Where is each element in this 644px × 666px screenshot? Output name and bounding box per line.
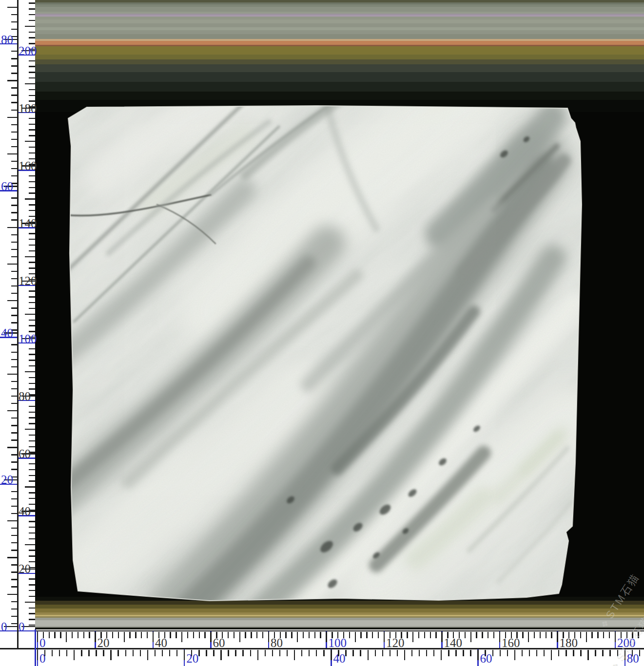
ruler-number: 80 (19, 390, 31, 403)
ruler-number: 120 (19, 274, 37, 287)
ruler-number: 40 (155, 636, 167, 649)
ruler-number: 120 (386, 636, 405, 649)
ruler-number: 200 (617, 636, 636, 649)
ruler-number: 60 (213, 636, 225, 649)
ruler-number: 0 (39, 636, 46, 649)
ruler-number: 180 (560, 636, 578, 649)
ruler-number: 40 (1, 326, 13, 340)
ruler-number: 40 (333, 652, 345, 665)
ruler-number: 20 (186, 652, 198, 665)
ruler-number: 100 (329, 636, 347, 649)
ruler-number: 200 (19, 44, 37, 57)
ruler-number: 160 (502, 636, 520, 649)
ruler-number: 20 (98, 636, 110, 649)
ruler-number: 100 (19, 332, 37, 345)
ruler-number: 20 (1, 473, 13, 486)
ruler-number: 140 (19, 217, 37, 230)
ruler-number: 160 (19, 159, 37, 172)
ruler-number: 20 (19, 562, 31, 575)
ruler-number: 80 (627, 652, 639, 665)
slab-scan-viewer: 0204060800204060801001201401601802000204… (0, 0, 644, 666)
ruler-number: 60 (480, 652, 492, 665)
ruler-number: 180 (19, 102, 37, 115)
ruler-numbers: 0204060800204060801001201401601802000204… (0, 0, 644, 666)
ruler-number: 60 (19, 447, 31, 460)
ruler-number: 0 (1, 620, 7, 633)
ruler-number: 80 (1, 33, 13, 46)
ruler-number: 80 (271, 636, 283, 649)
ruler-number: 140 (444, 636, 463, 649)
ruler-number: 40 (19, 505, 31, 518)
ruler-number: 0 (19, 620, 25, 633)
ruler-number: 60 (1, 180, 13, 193)
ruler-number: 0 (39, 652, 46, 665)
